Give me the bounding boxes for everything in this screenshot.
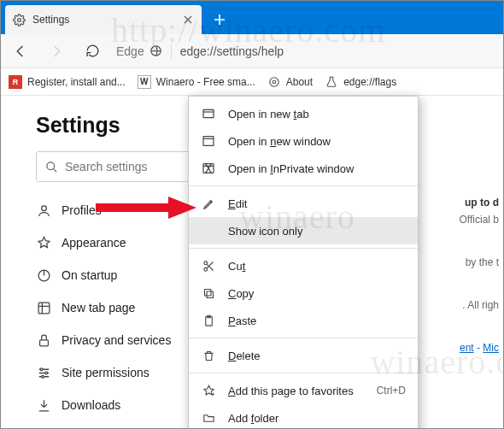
ctx-label: Show icon only bbox=[228, 225, 406, 238]
svg-rect-7 bbox=[38, 303, 50, 314]
reload-button[interactable] bbox=[80, 39, 104, 63]
separator bbox=[189, 248, 418, 249]
ctx-label: Delete bbox=[228, 350, 406, 362]
new-tab-button[interactable] bbox=[205, 5, 234, 34]
svg-point-5 bbox=[41, 205, 46, 210]
ctx-add-to-favorites[interactable]: Add this page to favorites Ctrl+D bbox=[189, 377, 418, 404]
bookmark-item[interactable]: W Winaero - Free sma... bbox=[138, 75, 255, 89]
forward-button[interactable] bbox=[44, 39, 68, 63]
toolbar: Edge bbox=[0, 34, 504, 68]
ctx-copy[interactable]: Copy bbox=[189, 279, 418, 307]
folder-icon bbox=[201, 410, 216, 426]
nav-label: On startup bbox=[62, 268, 117, 282]
separator bbox=[189, 373, 418, 373]
ctx-delete[interactable]: Delete bbox=[189, 342, 418, 369]
link-fragment[interactable]: ent - Mic bbox=[460, 342, 499, 354]
url-input[interactable] bbox=[180, 44, 495, 58]
svg-point-16 bbox=[203, 261, 207, 264]
person-icon bbox=[36, 203, 51, 218]
svg-point-17 bbox=[203, 267, 207, 271]
bookmark-label: Register, install and... bbox=[27, 76, 126, 88]
edge-icon bbox=[149, 44, 162, 57]
ctx-label: Edit bbox=[228, 197, 406, 210]
separator bbox=[189, 338, 418, 338]
back-button[interactable] bbox=[9, 39, 32, 63]
sliders-icon bbox=[36, 365, 51, 380]
bookmark-label: Winaero - Free sma... bbox=[156, 76, 255, 88]
ctx-label: Paste bbox=[228, 314, 406, 327]
bookmarks-bar: R Register, install and... W Winaero - F… bbox=[0, 68, 504, 96]
ctx-label: Open in InPrivate window bbox=[228, 162, 406, 175]
svg-rect-18 bbox=[207, 291, 214, 298]
bookmark-label: edge://flags bbox=[343, 76, 396, 88]
bookmark-item[interactable]: About bbox=[267, 75, 313, 89]
power-icon bbox=[36, 267, 51, 283]
ctx-show-icon-only[interactable]: Show icon only bbox=[189, 217, 418, 244]
text-fragment: . All righ bbox=[462, 299, 499, 311]
ctx-label: Add folder bbox=[228, 412, 406, 425]
separator bbox=[171, 43, 172, 60]
copy-icon bbox=[201, 285, 216, 301]
gear-icon bbox=[267, 75, 281, 89]
browser-tab[interactable]: Settings bbox=[5, 5, 202, 34]
trash-icon bbox=[201, 348, 216, 363]
new-tab-icon bbox=[201, 106, 216, 121]
svg-point-9 bbox=[40, 367, 43, 370]
blank-icon bbox=[201, 223, 216, 238]
gear-icon bbox=[12, 13, 26, 26]
inprivate-icon bbox=[201, 161, 216, 176]
ctx-open-new-tab[interactable]: Open in new tab bbox=[189, 100, 418, 127]
svg-rect-19 bbox=[204, 289, 211, 296]
window-icon bbox=[201, 133, 216, 149]
svg-point-4 bbox=[47, 162, 55, 169]
nav-label: Profiles bbox=[62, 203, 102, 217]
text-fragment: Official b bbox=[460, 214, 499, 226]
star-icon bbox=[201, 383, 216, 398]
address-bar[interactable]: Edge bbox=[116, 43, 495, 60]
svg-point-11 bbox=[41, 375, 44, 378]
ctx-edit[interactable]: Edit bbox=[189, 190, 418, 217]
title-bar: Settings bbox=[0, 0, 504, 34]
svg-rect-13 bbox=[203, 109, 214, 117]
lock-icon bbox=[36, 332, 51, 348]
ctx-cut[interactable]: Cut bbox=[189, 252, 418, 279]
download-icon bbox=[36, 397, 51, 413]
svg-rect-8 bbox=[39, 339, 48, 345]
bookmark-label: About bbox=[286, 76, 313, 88]
text-fragment: by the t bbox=[466, 256, 499, 268]
ctx-paste[interactable]: Paste bbox=[189, 307, 418, 334]
address-prefix-text: Edge bbox=[116, 44, 144, 58]
separator bbox=[189, 185, 418, 186]
ctx-label: Open in new tab bbox=[228, 108, 406, 120]
bookmark-item[interactable]: R Register, install and... bbox=[9, 75, 126, 89]
svg-point-10 bbox=[44, 372, 47, 374]
nav-label: New tab page bbox=[62, 301, 135, 314]
close-tab-icon[interactable] bbox=[181, 13, 195, 26]
flask-icon bbox=[325, 75, 338, 89]
address-prefix: Edge bbox=[116, 44, 162, 58]
svg-point-0 bbox=[17, 18, 21, 21]
bookmark-item[interactable]: edge://flags bbox=[325, 75, 396, 89]
text-fragment: up to d bbox=[465, 197, 499, 209]
ctx-add-folder[interactable]: Add folder bbox=[189, 404, 418, 429]
ctx-shortcut: Ctrl+D bbox=[377, 385, 406, 397]
paint-icon bbox=[36, 235, 51, 250]
ctx-label: Cut bbox=[228, 260, 406, 273]
nav-label: Downloads bbox=[62, 398, 120, 412]
favicon-icon: R bbox=[9, 75, 22, 89]
search-icon bbox=[45, 161, 58, 173]
scissors-icon bbox=[201, 258, 216, 273]
ctx-label: Copy bbox=[228, 287, 406, 300]
context-menu: Open in new tab Open in new window Open … bbox=[188, 96, 419, 429]
nav-label: Appearance bbox=[62, 236, 126, 250]
tab-title: Settings bbox=[32, 14, 174, 26]
favicon-icon: W bbox=[138, 75, 151, 89]
svg-point-2 bbox=[273, 80, 276, 84]
nav-label: Site permissions bbox=[62, 366, 149, 379]
clipboard-icon bbox=[201, 313, 216, 328]
ctx-open-inprivate[interactable]: Open in InPrivate window bbox=[189, 155, 418, 182]
pencil-icon bbox=[201, 196, 216, 211]
ctx-label: Add this page to favorites bbox=[228, 385, 365, 397]
ctx-open-new-window[interactable]: Open in new window bbox=[189, 127, 418, 155]
svg-point-3 bbox=[270, 77, 279, 86]
